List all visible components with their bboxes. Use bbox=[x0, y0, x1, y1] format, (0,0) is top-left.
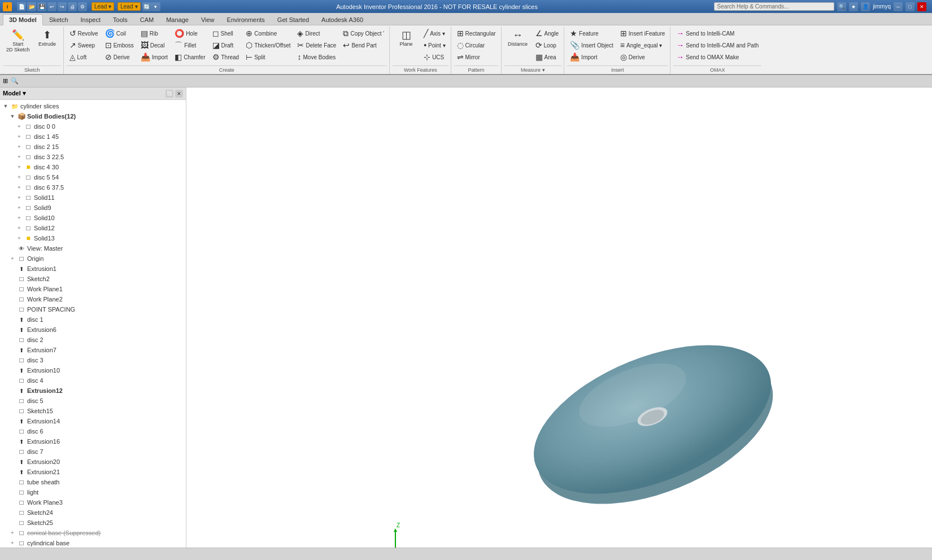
feature-button[interactable]: ★ Feature bbox=[567, 28, 616, 39]
cylb-toggle[interactable]: + bbox=[9, 540, 16, 546]
tab-get-started[interactable]: Get Started bbox=[271, 14, 315, 25]
tree-extrusion12[interactable]: ⬆ Extrusion12 bbox=[0, 386, 186, 396]
tree-cylindrical-base[interactable]: + □ cylindrical base bbox=[0, 538, 186, 548]
area-button[interactable]: ▦ Area bbox=[533, 51, 562, 63]
sync-button[interactable]: 🔄 bbox=[142, 2, 151, 11]
print-button[interactable]: 🖨 bbox=[68, 2, 77, 11]
disc215-toggle[interactable]: + bbox=[16, 144, 23, 150]
tab-a360[interactable]: Autodesk A360 bbox=[315, 14, 369, 25]
tree-disc1[interactable]: ⬆ disc 1 bbox=[0, 314, 186, 325]
tree-solid9[interactable]: + □ Solid9 bbox=[0, 203, 186, 213]
distance-button[interactable]: ↔ Distance bbox=[504, 28, 532, 49]
new-button[interactable]: 📄 bbox=[17, 2, 26, 11]
viewport[interactable]: Z bbox=[186, 88, 932, 560]
combine-button[interactable]: ⊕ Combine bbox=[243, 28, 293, 39]
tree-extrusion1[interactable]: ⬆ Extrusion1 bbox=[0, 264, 186, 274]
disc3225-toggle[interactable]: + bbox=[16, 154, 23, 160]
tree-sketch25[interactable]: □ Sketch25 bbox=[0, 518, 186, 528]
open-button[interactable]: 📂 bbox=[27, 2, 36, 11]
tree-disc-3225[interactable]: + □ disc 3 22.5 bbox=[0, 152, 186, 162]
tree-disc5[interactable]: □ disc 5 bbox=[0, 396, 186, 406]
solid-bodies-toggle[interactable]: ▼ bbox=[9, 113, 16, 119]
copy-object-button[interactable]: ⧉ Copy Object ' bbox=[340, 28, 387, 39]
solid12-toggle[interactable]: + bbox=[16, 225, 23, 231]
start-2d-sketch-button[interactable]: ✏️ Start2D Sketch bbox=[3, 28, 33, 55]
tab-tools[interactable]: Tools bbox=[107, 14, 134, 25]
tree-disc-6375[interactable]: + □ disc 6 37.5 bbox=[0, 182, 186, 193]
send-intelli-cam-path-button[interactable]: → Send to Intelli-CAM and Path bbox=[673, 40, 761, 51]
tree-disc3[interactable]: □ disc 3 bbox=[0, 355, 186, 365]
tree-disc4[interactable]: □ disc 4 bbox=[0, 375, 186, 386]
tree-tube-sheath[interactable]: □ tube sheath bbox=[0, 477, 186, 487]
emboss-button[interactable]: ⊡ Emboss bbox=[102, 40, 137, 51]
tree-solid-bodies[interactable]: ▼ 📦 Solid Bodies(12) bbox=[0, 111, 186, 121]
tree-extrusion6[interactable]: ⬆ Extrusion6 bbox=[0, 325, 186, 335]
send-intelli-cam-button[interactable]: → Send to Intelli-CAM bbox=[673, 28, 761, 39]
disc430-toggle[interactable]: + bbox=[16, 164, 23, 170]
expand-button[interactable]: ⬜ bbox=[166, 90, 173, 98]
solid10-toggle[interactable]: + bbox=[16, 215, 23, 221]
search-icon[interactable]: 🔍 bbox=[837, 2, 846, 11]
root-toggle[interactable]: ▼ bbox=[2, 103, 9, 109]
save-button[interactable]: 💾 bbox=[37, 2, 46, 11]
insert-object-button[interactable]: 📎 Insert Object bbox=[567, 40, 616, 51]
tree-work-plane1[interactable]: □ Work Plane1 bbox=[0, 284, 186, 294]
cb-toggle[interactable]: + bbox=[9, 530, 16, 536]
tree-conical-base[interactable]: + □ conical base (Suppressed) bbox=[0, 528, 186, 538]
disc145-toggle[interactable]: + bbox=[16, 134, 23, 139]
maximize-button[interactable]: □ bbox=[905, 2, 914, 11]
filter-icon[interactable]: ⊞ bbox=[3, 77, 8, 85]
settings-button[interactable]: ⚙ bbox=[78, 2, 87, 11]
move-bodies-button[interactable]: ↕ Move Bodies bbox=[294, 51, 339, 63]
tree-sketch24[interactable]: □ Sketch24 bbox=[0, 508, 186, 518]
draft-button[interactable]: ◪ Draft bbox=[210, 40, 242, 51]
mirror-button[interactable]: ⇌ Mirror bbox=[454, 51, 499, 63]
tab-view[interactable]: View bbox=[195, 14, 221, 25]
thicken-button[interactable]: ⬡ Thicken/Offset bbox=[243, 40, 293, 51]
user-icon[interactable]: 👤 bbox=[861, 2, 870, 11]
plane-button[interactable]: ◫ Plane bbox=[393, 28, 420, 49]
tree-point-spacing[interactable]: □ POINT SPACING bbox=[0, 304, 186, 314]
tree-sketch15[interactable]: □ Sketch15 bbox=[0, 406, 186, 416]
tree-solid10[interactable]: + □ Solid10 bbox=[0, 213, 186, 223]
tree-sketch2[interactable]: □ Sketch2 bbox=[0, 274, 186, 284]
minimize-button[interactable]: ─ bbox=[894, 2, 903, 11]
tree-solid11[interactable]: + □ Solid11 bbox=[0, 193, 186, 203]
lead-dropdown-1[interactable]: Lead ▾ bbox=[92, 2, 114, 11]
tab-3d-model[interactable]: 3D Model bbox=[3, 14, 43, 25]
tree-work-plane3[interactable]: □ Work Plane3 bbox=[0, 497, 186, 508]
tree-solid12[interactable]: + □ Solid12 bbox=[0, 223, 186, 233]
options-button[interactable]: ▾ bbox=[151, 2, 160, 11]
delete-face-button[interactable]: ✂ Delete Face bbox=[294, 40, 339, 51]
axis-button[interactable]: ╱ Axis ▾ bbox=[421, 28, 448, 39]
loop-button[interactable]: ⟳ Loop bbox=[533, 40, 562, 51]
import2-button[interactable]: 📥 Import bbox=[567, 51, 616, 63]
tree-disc7[interactable]: □ disc 7 bbox=[0, 447, 186, 457]
revolve-button[interactable]: ↺ Revolve bbox=[67, 28, 101, 39]
derive-button[interactable]: ⊘ Derive bbox=[102, 51, 137, 63]
ucs-button[interactable]: ⊹ UCS bbox=[421, 51, 448, 63]
tab-cam[interactable]: CAM bbox=[134, 14, 160, 25]
loft-button[interactable]: ◬ Loft bbox=[67, 51, 101, 63]
tree-disc-554[interactable]: + □ disc 5 54 bbox=[0, 172, 186, 182]
thread-button[interactable]: ⚙ Thread bbox=[210, 51, 242, 63]
split-button[interactable]: ⊢ Split bbox=[243, 51, 293, 63]
tree-light[interactable]: □ light bbox=[0, 487, 186, 497]
tab-manage[interactable]: Manage bbox=[160, 14, 195, 25]
solid13-toggle[interactable]: + bbox=[16, 235, 23, 241]
close-button[interactable]: ✕ bbox=[917, 2, 926, 11]
tree-extrusion21[interactable]: ⬆ Extrusion21 bbox=[0, 467, 186, 477]
tab-environments[interactable]: Environments bbox=[221, 14, 271, 25]
circular-button[interactable]: ◌ Circular bbox=[454, 40, 499, 51]
import-button[interactable]: 📥 Import bbox=[138, 51, 171, 63]
solid9-toggle[interactable]: + bbox=[16, 205, 23, 211]
disc00-toggle[interactable]: + bbox=[16, 124, 23, 129]
insert-ifeature-button[interactable]: ⊞ Insert iFeature bbox=[617, 28, 668, 39]
tree-disc2[interactable]: □ disc 2 bbox=[0, 335, 186, 345]
redo-button[interactable]: ↪ bbox=[58, 2, 67, 11]
direct-button[interactable]: ◈ Direct bbox=[294, 28, 339, 39]
tree-work-plane2[interactable]: □ Work Plane2 bbox=[0, 294, 186, 304]
tree-solid13[interactable]: + ■ Solid13 bbox=[0, 233, 186, 243]
lead-dropdown-2[interactable]: Lead ▾ bbox=[117, 2, 140, 11]
tree-view-master[interactable]: 👁 View: Master bbox=[0, 243, 186, 253]
